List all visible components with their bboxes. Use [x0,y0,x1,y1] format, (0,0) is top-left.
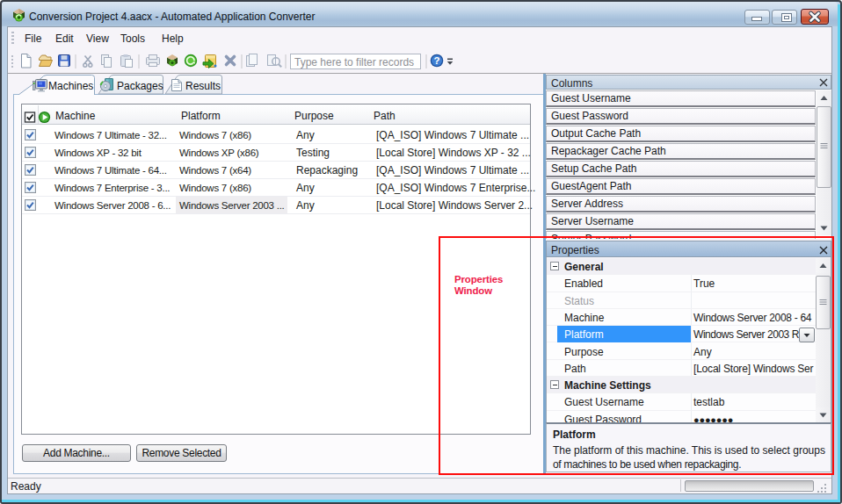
svg-text:?: ? [433,55,439,66]
